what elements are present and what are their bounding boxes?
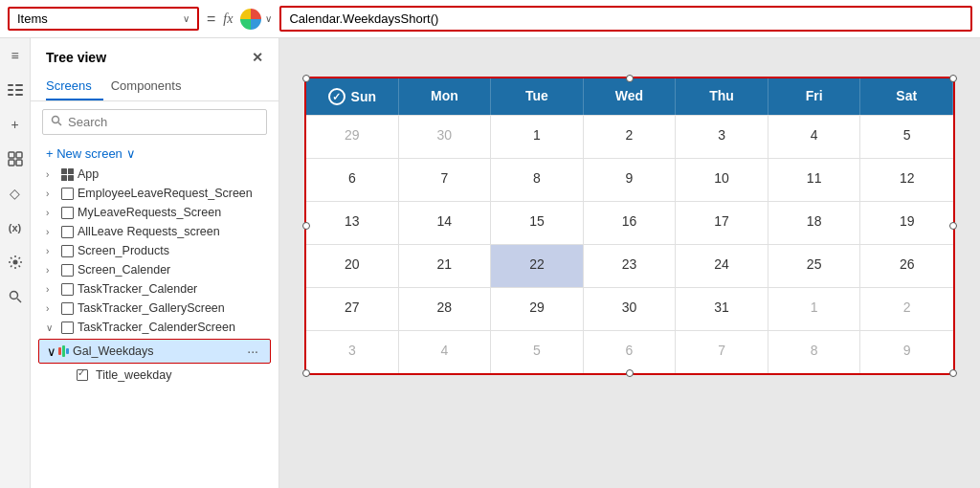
control-point-bot-center[interactable] xyxy=(626,369,634,377)
svg-line-12 xyxy=(17,299,21,302)
formula-bar[interactable]: Calendar.WeekdaysShort() xyxy=(279,6,972,32)
calendar-day-cell[interactable]: 6 xyxy=(584,331,677,373)
calendar-day-cell[interactable]: 13 xyxy=(306,202,399,244)
calendar-day-cell[interactable]: 19 xyxy=(860,202,953,244)
search-input[interactable] xyxy=(68,115,258,129)
search-bottom-icon[interactable] xyxy=(6,287,25,306)
tree-item-label: TaskTracker_CalenderScreen xyxy=(78,321,235,334)
tab-components[interactable]: Components xyxy=(111,73,193,100)
tree-view-icon[interactable] xyxy=(6,80,25,100)
control-point-top-right[interactable] xyxy=(949,75,957,82)
calendar-widget[interactable]: ✓ Sun Mon Tue Wed Thu Fri Sat 2930123456… xyxy=(304,77,955,375)
calendar-day-cell[interactable]: 9 xyxy=(860,331,953,373)
calendar-day-cell[interactable]: 12 xyxy=(860,159,953,201)
calendar-day-cell[interactable]: 7 xyxy=(399,159,492,201)
calendar-day-cell[interactable]: 26 xyxy=(860,245,953,287)
hamburger-icon[interactable]: ≡ xyxy=(6,46,25,65)
tree-item-products[interactable]: › Screen_Products xyxy=(31,241,278,260)
calendar-day-cell[interactable]: 5 xyxy=(860,116,953,158)
calendar-day-cell[interactable]: 14 xyxy=(399,202,492,244)
calendar-day-cell[interactable]: 3 xyxy=(306,331,399,373)
items-dropdown[interactable]: Items ∨ xyxy=(8,7,199,31)
chevron-down-icon: ∨ xyxy=(46,322,57,333)
calendar-day-cell[interactable]: 20 xyxy=(306,245,399,287)
calendar-day-cell[interactable]: 29 xyxy=(491,288,584,330)
color-wheel-icon[interactable] xyxy=(240,9,261,30)
control-point-mid-right[interactable] xyxy=(949,222,957,230)
tree-item-tasktracker-calender[interactable]: › TaskTracker_Calender xyxy=(31,279,278,299)
calendar-day-cell[interactable]: 3 xyxy=(676,116,768,158)
control-point-bot-left[interactable] xyxy=(302,369,310,377)
control-point-bot-right[interactable] xyxy=(949,369,957,377)
svg-rect-6 xyxy=(9,152,14,158)
calendar-day-cell[interactable]: 30 xyxy=(399,116,492,158)
chevron-right-icon: › xyxy=(46,189,57,199)
chevron-right-icon: › xyxy=(46,169,57,180)
gallery-icon xyxy=(58,345,69,357)
calendar-day-cell[interactable]: 21 xyxy=(399,245,492,287)
insert-icon[interactable] xyxy=(6,149,25,168)
formula-text: Calendar.WeekdaysShort() xyxy=(289,11,438,26)
calendar-day-cell[interactable]: 28 xyxy=(399,288,492,330)
tree-item-label: TaskTracker_GalleryScreen xyxy=(78,301,225,315)
day-tue: Tue xyxy=(491,78,584,115)
control-point-top-center[interactable] xyxy=(626,75,634,82)
ellipsis-button[interactable]: ··· xyxy=(243,344,262,359)
day-mon: Mon xyxy=(399,78,492,115)
theme-icon[interactable]: ◇ xyxy=(6,184,25,203)
calendar-day-cell[interactable]: 4 xyxy=(768,116,861,158)
calendar-day-cell[interactable]: 27 xyxy=(306,288,399,330)
calendar-day-cell[interactable]: 2 xyxy=(584,116,677,158)
tab-screens[interactable]: Screens xyxy=(46,73,103,100)
add-icon[interactable]: + xyxy=(6,115,25,134)
calendar-day-cell[interactable]: 8 xyxy=(768,331,861,373)
calendar-day-cell[interactable]: 7 xyxy=(676,331,768,373)
tree-item-my-leave[interactable]: › MyLeaveRequests_Screen xyxy=(31,203,278,222)
calendar-day-cell[interactable]: 23 xyxy=(584,245,677,287)
tree-item-tasktracker-calenderscreen[interactable]: ∨ TaskTracker_CalenderScreen xyxy=(31,318,278,337)
tree-item-all-leave[interactable]: › AllLeave Requests_screen xyxy=(31,222,278,241)
tree-item-gal-weekdays[interactable]: ∨ Gal_Weekdays ··· xyxy=(38,339,271,364)
calendar-day-cell[interactable]: 9 xyxy=(584,159,677,201)
tree-item-screen-calender[interactable]: › Screen_Calender xyxy=(31,260,278,279)
calendar-day-cell[interactable]: 15 xyxy=(491,202,584,244)
calendar-day-cell[interactable]: 2 xyxy=(860,288,953,330)
calendar-day-cell[interactable]: 10 xyxy=(676,159,768,201)
settings-icon[interactable] xyxy=(6,253,25,272)
day-thu: Thu xyxy=(676,78,768,115)
variables-icon[interactable]: (x) xyxy=(6,218,25,237)
control-point-mid-left[interactable] xyxy=(302,222,310,230)
calendar-day-cell[interactable]: 22 xyxy=(491,245,584,287)
calendar-day-cell[interactable]: 29 xyxy=(306,116,399,158)
calendar-day-cell[interactable]: 25 xyxy=(768,245,861,287)
close-icon[interactable]: ✕ xyxy=(252,50,263,65)
calendar-day-cell[interactable]: 17 xyxy=(676,202,768,244)
calendar-day-cell[interactable]: 16 xyxy=(584,202,677,244)
tree-item-tasktracker-gallery[interactable]: › TaskTracker_GalleryScreen xyxy=(31,299,278,318)
tree-item-label: EmployeeLeaveRequest_Screen xyxy=(78,187,253,200)
svg-rect-7 xyxy=(16,152,22,158)
calendar-day-cell[interactable]: 30 xyxy=(584,288,677,330)
screen-icon xyxy=(61,226,74,238)
equals-sign: = xyxy=(207,11,215,28)
tree-items: › App › EmployeeLeaveRequest_Screen › My… xyxy=(31,165,278,488)
canvas-area: ✓ Sun Mon Tue Wed Thu Fri Sat 2930123456… xyxy=(279,38,980,488)
calendar-day-cell[interactable]: 11 xyxy=(768,159,861,201)
calendar-day-cell[interactable]: 1 xyxy=(768,288,861,330)
tree-item-title-weekday[interactable]: Title_weekday xyxy=(31,366,278,385)
calendar-day-cell[interactable]: 18 xyxy=(768,202,861,244)
svg-line-14 xyxy=(58,122,61,125)
calendar-day-cell[interactable]: 1 xyxy=(491,116,584,158)
calendar-day-cell[interactable]: 8 xyxy=(491,159,584,201)
tree-item-app[interactable]: › App xyxy=(31,165,278,184)
selected-item-container: ∨ Gal_Weekdays ··· xyxy=(31,337,278,366)
calendar-day-cell[interactable]: 6 xyxy=(306,159,399,201)
calendar-day-cell[interactable]: 5 xyxy=(491,331,584,373)
tree-item-employee-leave[interactable]: › EmployeeLeaveRequest_Screen xyxy=(31,184,278,203)
calendar-day-cell[interactable]: 31 xyxy=(676,288,768,330)
new-screen-button[interactable]: + New screen ∨ xyxy=(31,143,278,165)
color-wheel-arrow-icon: ∨ xyxy=(265,13,272,24)
calendar-day-cell[interactable]: 4 xyxy=(399,331,492,373)
calendar-day-cell[interactable]: 24 xyxy=(676,245,768,287)
chevron-down-icon: ∨ xyxy=(47,344,56,359)
